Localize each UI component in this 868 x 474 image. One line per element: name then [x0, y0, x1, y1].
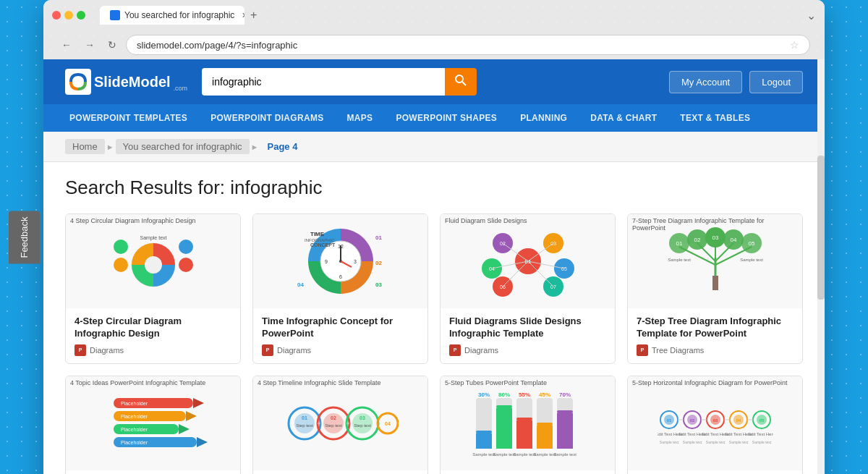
breadcrumb-arrow-2: ► — [251, 143, 259, 151]
product-card-5[interactable]: 4 Topic Ideas PowerPoint Infographic Tem… — [65, 376, 241, 474]
product-card-7[interactable]: 5-Step Tubes PowerPoint Template 30% — [440, 376, 616, 474]
back-button[interactable]: ← — [58, 38, 75, 52]
product-category-2: P Diagrams — [262, 344, 419, 356]
site-logo[interactable]: SlideModel .com — [65, 69, 187, 95]
image-label-4: 7-Step Tree Diagram Infographic Template… — [632, 217, 798, 232]
svg-text:02: 02 — [694, 237, 700, 243]
svg-text:05: 05 — [561, 266, 567, 271]
nav-item-ppt-shapes[interactable]: POWERPOINT SHAPES — [384, 104, 509, 132]
search-bar — [202, 68, 477, 96]
svg-marker-65 — [193, 398, 204, 408]
tree-diagram-svg: 01 02 03 04 05 Sample text Sample text — [658, 221, 773, 301]
product-info-7: 5-Step Test Tubes PowerPoint Infographic… — [441, 470, 615, 474]
svg-text:Step text: Step text — [325, 423, 342, 428]
feedback-tab[interactable]: Feedback — [9, 211, 40, 263]
url-text: slidemodel.com/page/4/?s=infographic — [137, 40, 786, 51]
logo-text: SlideModel — [94, 74, 171, 90]
breadcrumb-searched[interactable]: You searched for infographic — [116, 139, 250, 154]
image-label-5: 4 Topic Ideas PowerPoint Infographic Tem… — [70, 379, 205, 386]
scrollbar[interactable] — [817, 59, 825, 474]
bookmark-icon[interactable]: ☆ — [790, 39, 799, 51]
topics-svg: Placeholder Placeholder Placeholder — [99, 387, 208, 460]
new-tab-button[interactable]: + — [244, 6, 263, 25]
product-category-3: P Diagrams — [449, 344, 606, 356]
image-label-6: 4 Step Timeline Infographic Slide Templa… — [258, 379, 380, 386]
svg-text:01: 01 — [302, 415, 307, 420]
svg-text:Sample text: Sample text — [705, 440, 725, 444]
search-button[interactable] — [445, 68, 477, 96]
svg-rect-98 — [496, 405, 512, 408]
product-card-3[interactable]: Fluid Diagram Slide Designs 01 02 03 04 — [440, 213, 616, 364]
svg-text:30%: 30% — [477, 392, 489, 398]
nav-item-ppt-templates[interactable]: POWERPOINT TEMPLATES — [58, 104, 199, 132]
svg-point-8 — [114, 258, 128, 272]
reload-button[interactable]: ↻ — [104, 38, 120, 52]
nav-item-data-chart[interactable]: DATA & CHART — [579, 104, 668, 132]
minimize-window-button[interactable] — [64, 11, 73, 20]
nav-item-text-tables[interactable]: TEXT & TABLES — [668, 104, 762, 132]
svg-text:07: 07 — [550, 284, 556, 289]
search-input[interactable] — [202, 68, 445, 96]
ppt-icon-2: P — [262, 344, 273, 356]
svg-point-4 — [145, 256, 162, 274]
product-card-6[interactable]: 4 Step Timeline Infographic Slide Templa… — [252, 376, 428, 474]
browser-more-button[interactable]: ⌄ — [807, 9, 816, 22]
svg-text:05: 05 — [759, 418, 764, 423]
site-header: SlideModel .com My Account Logout — [43, 59, 825, 104]
svg-text:Sample text: Sample text — [752, 440, 771, 444]
tab-bar: You searched for infographic ✕ + — [100, 6, 799, 25]
product-card-8[interactable]: 5-Step Horizontal Infographic Diagram fo… — [627, 376, 803, 474]
browser-window: You searched for infographic ✕ + ⌄ ← → ↻… — [43, 0, 825, 474]
product-image-4: 7-Step Tree Diagram Infographic Template… — [628, 214, 802, 308]
svg-text:55%: 55% — [518, 392, 529, 398]
image-label-1: 4 Step Circular Diagram Infographic Desi… — [70, 217, 196, 224]
product-image-6: 4 Step Timeline Infographic Slide Templa… — [253, 376, 427, 470]
svg-line-43 — [503, 261, 528, 287]
close-window-button[interactable] — [52, 11, 61, 20]
nav-item-ppt-diagrams[interactable]: POWERPOINT DIAGRAMS — [199, 104, 335, 132]
svg-text:03: 03 — [712, 234, 718, 241]
svg-text:02: 02 — [689, 418, 694, 423]
product-image-3: Fluid Diagram Slide Designs 01 02 03 04 — [441, 214, 615, 308]
svg-text:01: 01 — [676, 240, 682, 247]
svg-rect-93 — [476, 433, 492, 449]
scrollbar-thumb[interactable] — [817, 156, 825, 300]
svg-text:04: 04 — [489, 266, 495, 271]
nav-item-maps[interactable]: MAPS — [336, 104, 385, 132]
svg-text:CONCEPT: CONCEPT — [310, 242, 336, 247]
svg-text:Edit Text Here: Edit Text Here — [748, 432, 773, 436]
svg-text:Placeholder: Placeholder — [121, 401, 148, 406]
main-content: Search Results for: infographic 4 Step C… — [43, 162, 825, 474]
svg-text:12: 12 — [338, 244, 344, 249]
active-tab[interactable]: You searched for infographic ✕ — [100, 6, 244, 25]
product-image-5: 4 Topic Ideas PowerPoint Infographic Tem… — [66, 376, 240, 470]
product-image-7: 5-Step Tubes PowerPoint Template 30% — [441, 376, 615, 470]
breadcrumb-home[interactable]: Home — [65, 139, 105, 154]
svg-text:Sample text: Sample text — [740, 258, 763, 262]
forward-button[interactable]: → — [81, 38, 98, 52]
product-card-2[interactable]: 12 3 6 9 TIME INFOGRAPHIC CONCEPT 01 02 … — [252, 213, 428, 364]
product-title-2: Time Infographic Concept for PowerPoint — [262, 316, 419, 340]
breadcrumb-page: Page 4 — [260, 139, 305, 154]
feedback-container: Feedback — [9, 211, 40, 263]
category-label-3: Diagrams — [464, 346, 498, 355]
maximize-window-button[interactable] — [77, 11, 85, 20]
product-card-1[interactable]: 4 Step Circular Diagram Infographic Desi… — [65, 213, 241, 364]
my-account-button[interactable]: My Account — [669, 71, 742, 93]
product-image-2: 12 3 6 9 TIME INFOGRAPHIC CONCEPT 01 02 … — [253, 214, 427, 308]
svg-line-2 — [462, 82, 466, 85]
category-label-4: Tree Diagrams — [652, 346, 704, 355]
browser-chrome: You searched for infographic ✕ + ⌄ ← → ↻… — [43, 0, 825, 59]
svg-text:80%: 80% — [498, 392, 509, 398]
address-bar[interactable]: slidemodel.com/page/4/?s=infographic ☆ — [126, 35, 810, 55]
svg-text:Step text: Step text — [354, 423, 371, 428]
svg-text:04: 04 — [730, 237, 736, 243]
tubes-svg: 30% 80% 55% — [470, 384, 586, 463]
logo-icon — [65, 69, 91, 95]
logout-button[interactable]: Logout — [749, 71, 803, 93]
product-info-4: 7-Step Tree Diagram Infographic Template… — [628, 308, 802, 363]
nav-item-planning[interactable]: PLANNING — [509, 104, 579, 132]
svg-rect-45 — [712, 276, 718, 290]
product-card-4[interactable]: 7-Step Tree Diagram Infographic Template… — [627, 213, 803, 364]
svg-text:06: 06 — [500, 284, 506, 289]
